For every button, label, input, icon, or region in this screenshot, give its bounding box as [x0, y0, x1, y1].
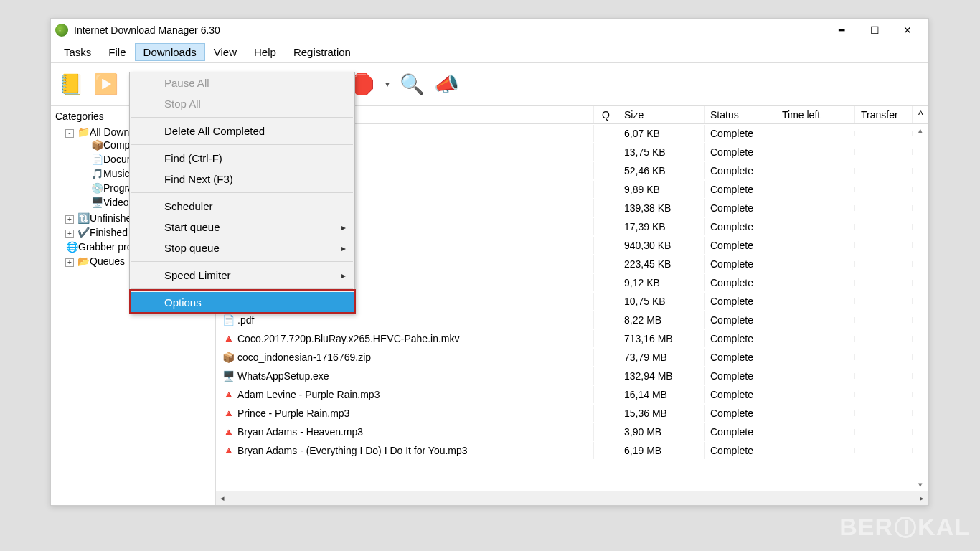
list-row[interactable]: 🔺Prince - Purple Rain.mp315,36 MBComplet… — [216, 404, 928, 423]
file-size: 6,19 MB — [618, 442, 705, 459]
file-name: Coco.2017.720p.BluRay.x265.HEVC-Pahe.in.… — [237, 333, 459, 344]
file-status: Complete — [705, 386, 776, 403]
tree-expander-icon[interactable]: + — [65, 258, 74, 267]
vertical-scrollbar[interactable]: ▴▾ — [914, 124, 927, 491]
file-status: Complete — [705, 237, 776, 254]
file-size: 10,75 KB — [618, 293, 705, 310]
file-status: Complete — [705, 218, 776, 235]
tree-expander-icon[interactable]: + — [65, 230, 74, 238]
col-transfer[interactable]: Transfer — [855, 106, 913, 123]
list-row[interactable]: 🔺Bryan Adams - Heaven.mp33,90 MBComplete — [216, 423, 928, 441]
tree-expander-icon[interactable]: - — [65, 129, 74, 138]
watermark-logo: BER KAL — [839, 513, 970, 541]
tree-node-icon: 📁 — [77, 126, 90, 138]
file-size: 3,90 MB — [618, 423, 705, 441]
menu-item-stop-queue[interactable]: Stop queue▸ — [130, 237, 354, 258]
list-row[interactable]: 🔺Coco.2017.720p.BluRay.x265.HEVC-Pahe.in… — [216, 329, 928, 348]
list-row[interactable]: 🔺Adam Levine - Purple Rain.mp316,14 MBCo… — [216, 385, 928, 404]
col-size[interactable]: Size — [618, 106, 705, 123]
file-size: 940,30 KB — [618, 237, 705, 254]
tree-node-icon: 🔃 — [77, 212, 90, 224]
file-type-icon: 🔺 — [222, 389, 235, 400]
menu-view[interactable]: View — [205, 43, 245, 61]
window-controls: ━ ☐ ✕ — [825, 20, 924, 40]
col-scroll-spacer: ^ — [913, 106, 928, 123]
file-name: Adam Levine - Purple Rain.mp3 — [237, 389, 380, 400]
file-status: Complete — [705, 442, 776, 459]
horizontal-scrollbar[interactable]: ◂ ▸ — [216, 491, 928, 505]
file-type-icon: 📦 — [222, 352, 235, 363]
submenu-arrow-icon: ▸ — [341, 270, 346, 281]
file-size: 13,75 KB — [618, 143, 705, 161]
list-row[interactable]: 📦coco_indonesian-1716769.zip73,79 MBComp… — [216, 348, 928, 367]
file-status: Complete — [705, 255, 776, 273]
menu-registration[interactable]: Registration — [285, 43, 359, 61]
file-status: Complete — [705, 274, 776, 291]
file-status: Complete — [705, 181, 776, 198]
tree-node-icon: 📦 — [90, 139, 103, 151]
menu-item-speed-limiter[interactable]: Speed Limiter▸ — [130, 265, 354, 286]
file-name: .pdf — [237, 314, 254, 326]
menu-downloads[interactable]: Downloads — [135, 43, 205, 61]
file-status: Complete — [705, 293, 776, 310]
file-size: 6,07 KB — [618, 125, 705, 142]
file-size: 223,45 KB — [618, 255, 705, 273]
menu-file[interactable]: File — [100, 43, 134, 61]
toolbar-grabber[interactable]: 🔍 — [397, 69, 428, 100]
col-time[interactable]: Time left — [776, 106, 855, 123]
file-status: Complete — [705, 311, 776, 329]
minimize-button[interactable]: ━ — [825, 20, 858, 40]
menu-item-find-next-f3-[interactable]: Find Next (F3) — [130, 169, 354, 189]
menu-item-options[interactable]: Options — [130, 292, 354, 313]
tree-node-label: Finished — [90, 227, 128, 238]
tree-node-label: Music — [103, 168, 130, 179]
file-size: 73,79 MB — [618, 349, 705, 366]
file-type-icon: 🔺 — [222, 333, 235, 344]
file-type-icon: 🔺 — [222, 445, 235, 456]
submenu-arrow-icon: ▸ — [341, 243, 346, 253]
menu-tasks[interactable]: Tasks — [55, 43, 100, 61]
file-status: Complete — [705, 349, 776, 366]
scroll-right-icon[interactable]: ▸ — [915, 494, 928, 503]
file-status: Complete — [705, 423, 776, 441]
downloads-dropdown-menu: Pause AllStop AllDelete All CompletedFin… — [129, 72, 355, 314]
submenu-arrow-icon: ▸ — [341, 222, 346, 232]
watermark-glyph-icon — [895, 517, 916, 538]
tree-node-icon: 💿 — [90, 182, 103, 194]
file-name: Bryan Adams - (Everything I Do) I Do It … — [237, 445, 468, 456]
file-size: 8,22 MB — [618, 311, 705, 329]
toolbar-stop-queue-arrow[interactable]: ▼ — [381, 80, 394, 88]
window-title: Internet Download Manager 6.30 — [74, 24, 825, 36]
watermark-text-1: BER — [839, 513, 893, 541]
menu-item-find-ctrl-f-[interactable]: Find (Ctrl-F) — [130, 148, 354, 169]
menu-item-pause-all: Pause All — [130, 72, 354, 93]
tree-expander-icon[interactable]: + — [65, 215, 74, 224]
menu-help[interactable]: Help — [245, 43, 285, 61]
list-row[interactable]: 🔺Bryan Adams - (Everything I Do) I Do It… — [216, 441, 928, 460]
tree-node-label: Queues — [90, 255, 125, 267]
col-q[interactable]: Q — [594, 106, 618, 123]
menu-item-delete-all-completed[interactable]: Delete All Completed — [130, 121, 354, 141]
tree-node-label: Video — [103, 197, 129, 208]
file-size: 9,12 KB — [618, 274, 705, 291]
file-size: 16,14 MB — [618, 386, 705, 403]
list-row[interactable]: 🖥️WhatsAppSetup.exe132,94 MBComplete — [216, 367, 928, 385]
title-bar: Internet Download Manager 6.30 ━ ☐ ✕ — [51, 19, 928, 42]
file-status: Complete — [705, 330, 776, 347]
menu-item-scheduler[interactable]: Scheduler — [130, 196, 354, 217]
maximize-button[interactable]: ☐ — [858, 20, 891, 40]
file-size: 52,46 KB — [618, 162, 705, 179]
toolbar-resume[interactable]: ▶️ — [90, 69, 121, 100]
file-status: Complete — [705, 405, 776, 422]
file-status: Complete — [705, 199, 776, 217]
scroll-left-icon[interactable]: ◂ — [216, 494, 229, 503]
col-status[interactable]: Status — [705, 106, 776, 123]
file-status: Complete — [705, 125, 776, 142]
file-size: 15,36 MB — [618, 405, 705, 422]
toolbar-tell-friend[interactable]: 📣 — [431, 69, 463, 100]
file-name: coco_indonesian-1716769.zip — [237, 352, 371, 363]
tree-node-icon: 📂 — [77, 255, 90, 267]
toolbar-add-url[interactable]: 📒 — [55, 69, 87, 100]
close-button[interactable]: ✕ — [891, 20, 924, 40]
menu-item-start-queue[interactable]: Start queue▸ — [130, 217, 354, 237]
